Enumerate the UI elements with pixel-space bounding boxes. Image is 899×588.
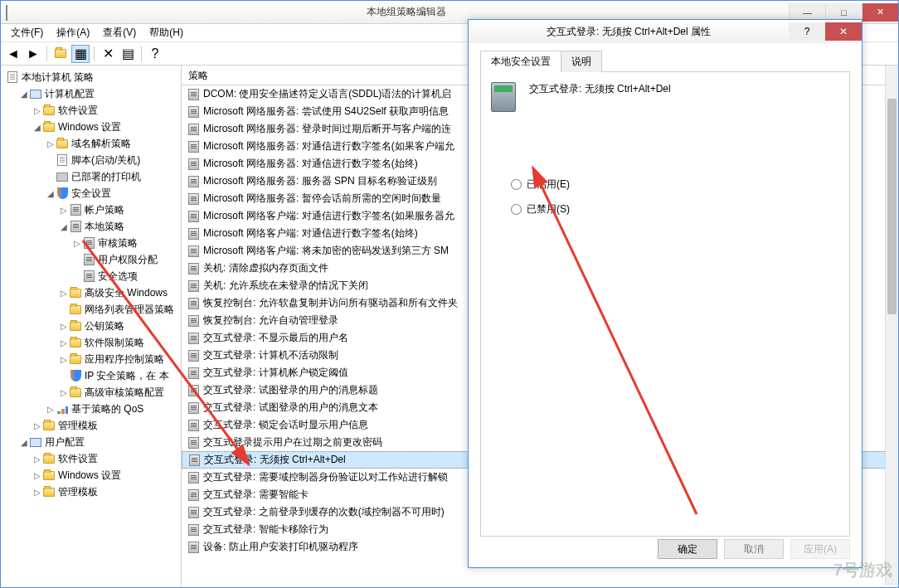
tree-u-software[interactable]: ▷软件设置: [31, 450, 181, 467]
close-button[interactable]: ✕: [862, 3, 898, 22]
tree-name-resolution[interactable]: ▷域名解析策略: [44, 135, 181, 152]
window-title: 本地组策略编辑器: [24, 5, 789, 19]
tree-app-control[interactable]: ▷应用程序控制策略: [57, 351, 181, 367]
menu-view[interactable]: 查看(V): [96, 24, 143, 41]
tree-netlist[interactable]: 网络列表管理器策略: [57, 301, 181, 318]
tree-computer-config[interactable]: ◢计算机配置: [17, 85, 181, 102]
menu-help[interactable]: 帮助(H): [143, 24, 190, 41]
delete-button[interactable]: ✕: [99, 45, 117, 63]
tree-u-admin[interactable]: ▷管理模板: [31, 484, 181, 500]
tree-windows-settings[interactable]: ◢Windows 设置: [31, 119, 181, 135]
tree-u-windows[interactable]: ▷Windows 设置: [31, 467, 181, 484]
policy-title: 交互式登录: 无须按 Ctrl+Alt+Del: [529, 82, 671, 96]
dialog-footer: 确定 取消 应用(A): [658, 539, 850, 559]
tree-soft-restrict[interactable]: ▷软件限制策略: [57, 334, 181, 351]
tree-printers[interactable]: 已部署的打印机: [44, 168, 181, 185]
tree-user-config[interactable]: ◢用户配置: [17, 434, 181, 450]
dialog-title: 交互式登录: 无须按 Ctrl+Alt+Del 属性: [469, 25, 789, 39]
dialog-tabs: 本地安全设置 说明: [480, 50, 850, 72]
help-button[interactable]: ?: [146, 45, 164, 63]
tree-user-rights[interactable]: 用户权限分配: [70, 251, 181, 268]
tree-scripts[interactable]: 脚本(启动/关机): [44, 152, 181, 168]
up-button[interactable]: [51, 45, 70, 63]
radio-group: 已启用(E) 已禁用(S): [511, 172, 839, 221]
dialog-body: 本地安全设置 说明 交互式登录: 无须按 Ctrl+Alt+Del 已启用(E)…: [469, 43, 862, 532]
dialog-close-button[interactable]: ✕: [825, 22, 862, 41]
menu-file[interactable]: 文件(F): [4, 24, 50, 41]
tree-advanced-security[interactable]: ▷高级安全 Windows: [57, 284, 181, 301]
tree-audit-policy[interactable]: ▷审核策略: [70, 235, 181, 251]
menu-action[interactable]: 操作(A): [50, 24, 96, 41]
list-scrollbar[interactable]: [885, 66, 898, 586]
tree-admin-templates[interactable]: ▷管理模板: [31, 417, 181, 434]
tree-local-policy[interactable]: ◢本地策略: [57, 218, 181, 235]
tab-content: 交互式登录: 无须按 Ctrl+Alt+Del 已启用(E) 已禁用(S): [480, 72, 850, 537]
apply-button[interactable]: 应用(A): [790, 539, 850, 559]
back-button[interactable]: ◄: [4, 45, 22, 63]
tree-qos[interactable]: ▷基于策略的 QoS: [44, 401, 181, 417]
tree-root-node[interactable]: 本地计算机 策略: [4, 69, 181, 85]
tab-local-security[interactable]: 本地安全设置: [480, 51, 561, 72]
tab-explain[interactable]: 说明: [561, 51, 602, 72]
tree-ipsec[interactable]: IP 安全策略，在 本: [57, 367, 181, 384]
tree-security-options[interactable]: 安全选项: [70, 268, 181, 284]
properties-button[interactable]: ▤: [119, 45, 137, 63]
tree-security[interactable]: ◢安全设置: [44, 185, 181, 202]
show-hide-button[interactable]: ▦: [71, 45, 90, 63]
forward-button[interactable]: ►: [24, 45, 42, 63]
cancel-button[interactable]: 取消: [724, 539, 784, 559]
tree-adv-audit[interactable]: ▷高级审核策略配置: [57, 384, 181, 401]
tree-account-policy[interactable]: ▷帐户策略: [57, 202, 181, 218]
policy-icon: [491, 82, 518, 114]
tree-pane[interactable]: 本地计算机 策略 ◢计算机配置 ▷软件设置 ◢Windows 设置 ▷域名解析策…: [1, 66, 182, 586]
app-icon: [6, 6, 19, 19]
tree-pubkey[interactable]: ▷公钥策略: [57, 318, 181, 334]
dialog-titlebar: 交互式登录: 无须按 Ctrl+Alt+Del 属性 ? ✕: [469, 20, 862, 43]
ok-button[interactable]: 确定: [658, 539, 717, 559]
radio-disabled[interactable]: 已禁用(S): [511, 197, 839, 221]
tree-software-settings[interactable]: ▷软件设置: [31, 102, 181, 119]
radio-enabled[interactable]: 已启用(E): [511, 172, 839, 197]
properties-dialog: 交互式登录: 无须按 Ctrl+Alt+Del 属性 ? ✕ 本地安全设置 说明…: [468, 19, 863, 568]
dialog-help-button[interactable]: ?: [789, 22, 825, 41]
watermark: 7号游戏: [833, 559, 892, 581]
